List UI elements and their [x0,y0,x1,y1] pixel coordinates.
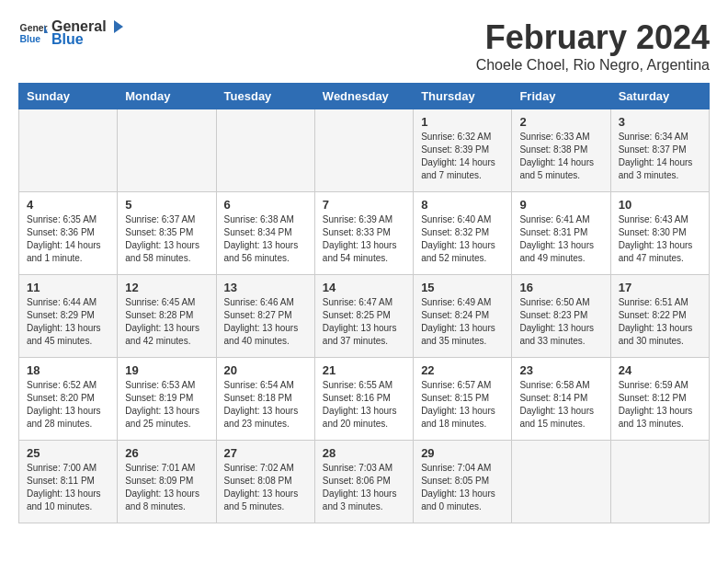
day-number: 11 [27,281,109,294]
col-header-saturday: Saturday [610,84,709,109]
calendar-cell: 15Sunrise: 6:49 AM Sunset: 8:24 PM Dayli… [414,275,512,358]
day-info: Sunrise: 6:57 AM Sunset: 8:15 PM Dayligh… [421,379,504,431]
calendar-cell [118,109,216,192]
calendar-cell: 13Sunrise: 6:46 AM Sunset: 8:27 PM Dayli… [216,275,314,358]
day-info: Sunrise: 6:35 AM Sunset: 8:36 PM Dayligh… [27,213,109,265]
calendar-cell: 25Sunrise: 7:00 AM Sunset: 8:11 PM Dayli… [19,441,118,523]
title-area: February 2024 Choele Choel, Rio Negro, A… [476,18,710,74]
day-number: 17 [619,281,701,294]
header: General Blue General Blue February 2024 … [18,18,710,74]
calendar-cell [216,109,314,192]
logo-arrow-icon [108,18,125,35]
svg-text:General: General [20,23,48,33]
day-info: Sunrise: 6:52 AM Sunset: 8:20 PM Dayligh… [27,379,109,431]
day-number: 14 [323,281,405,294]
calendar-week-row: 4Sunrise: 6:35 AM Sunset: 8:36 PM Daylig… [19,192,710,275]
calendar-cell: 21Sunrise: 6:55 AM Sunset: 8:16 PM Dayli… [314,358,413,441]
day-info: Sunrise: 7:02 AM Sunset: 8:08 PM Dayligh… [224,462,307,513]
calendar-cell: 18Sunrise: 6:52 AM Sunset: 8:20 PM Dayli… [19,358,118,441]
calendar-cell: 24Sunrise: 6:59 AM Sunset: 8:12 PM Dayli… [610,358,709,441]
day-number: 3 [619,115,701,129]
calendar-cell: 27Sunrise: 7:02 AM Sunset: 8:08 PM Dayli… [216,441,314,523]
day-info: Sunrise: 7:01 AM Sunset: 8:09 PM Dayligh… [125,462,208,513]
calendar-cell: 26Sunrise: 7:01 AM Sunset: 8:09 PM Dayli… [118,441,216,523]
day-number: 20 [224,363,307,377]
calendar-cell: 14Sunrise: 6:47 AM Sunset: 8:25 PM Dayli… [314,275,413,358]
main-title: February 2024 [476,18,710,57]
day-info: Sunrise: 6:46 AM Sunset: 8:27 PM Dayligh… [224,296,307,348]
calendar-week-row: 11Sunrise: 6:44 AM Sunset: 8:29 PM Dayli… [19,275,710,358]
calendar-week-row: 25Sunrise: 7:00 AM Sunset: 8:11 PM Dayli… [19,441,710,523]
subtitle: Choele Choel, Rio Negro, Argentina [476,57,710,74]
svg-marker-3 [114,20,123,33]
calendar-cell: 9Sunrise: 6:41 AM Sunset: 8:31 PM Daylig… [512,192,610,275]
calendar-cell [19,109,118,192]
day-info: Sunrise: 6:32 AM Sunset: 8:39 PM Dayligh… [421,131,504,182]
calendar-cell: 1Sunrise: 6:32 AM Sunset: 8:39 PM Daylig… [414,109,512,192]
day-number: 9 [519,198,602,212]
col-header-tuesday: Tuesday [216,84,314,109]
day-info: Sunrise: 6:58 AM Sunset: 8:14 PM Dayligh… [519,379,602,431]
day-number: 12 [125,281,208,294]
day-info: Sunrise: 6:55 AM Sunset: 8:16 PM Dayligh… [323,379,405,431]
calendar-cell: 19Sunrise: 6:53 AM Sunset: 8:19 PM Dayli… [118,358,216,441]
calendar-table: SundayMondayTuesdayWednesdayThursdayFrid… [18,83,710,523]
calendar-cell [610,441,709,523]
day-number: 5 [125,198,208,212]
calendar-cell: 29Sunrise: 7:04 AM Sunset: 8:05 PM Dayli… [414,441,512,523]
day-info: Sunrise: 6:47 AM Sunset: 8:25 PM Dayligh… [323,296,405,348]
calendar-week-row: 18Sunrise: 6:52 AM Sunset: 8:20 PM Dayli… [19,358,710,441]
col-header-wednesday: Wednesday [314,84,413,109]
calendar-cell [512,441,610,523]
day-info: Sunrise: 6:45 AM Sunset: 8:28 PM Dayligh… [125,296,208,348]
calendar-cell [314,109,413,192]
calendar-cell: 6Sunrise: 6:38 AM Sunset: 8:34 PM Daylig… [216,192,314,275]
day-number: 21 [323,363,405,377]
day-number: 2 [519,115,602,129]
calendar-cell: 17Sunrise: 6:51 AM Sunset: 8:22 PM Dayli… [610,275,709,358]
day-info: Sunrise: 7:00 AM Sunset: 8:11 PM Dayligh… [27,462,109,513]
day-info: Sunrise: 6:53 AM Sunset: 8:19 PM Dayligh… [125,379,208,431]
calendar-cell: 22Sunrise: 6:57 AM Sunset: 8:15 PM Dayli… [414,358,512,441]
calendar-cell: 28Sunrise: 7:03 AM Sunset: 8:06 PM Dayli… [314,441,413,523]
calendar-cell: 2Sunrise: 6:33 AM Sunset: 8:38 PM Daylig… [512,109,610,192]
day-info: Sunrise: 6:59 AM Sunset: 8:12 PM Dayligh… [619,379,701,431]
day-info: Sunrise: 6:39 AM Sunset: 8:33 PM Dayligh… [323,213,405,265]
day-info: Sunrise: 7:03 AM Sunset: 8:06 PM Dayligh… [323,462,405,513]
day-info: Sunrise: 6:33 AM Sunset: 8:38 PM Dayligh… [519,131,602,182]
calendar-header-row: SundayMondayTuesdayWednesdayThursdayFrid… [19,84,710,109]
calendar-cell: 8Sunrise: 6:40 AM Sunset: 8:32 PM Daylig… [414,192,512,275]
day-info: Sunrise: 6:49 AM Sunset: 8:24 PM Dayligh… [421,296,504,348]
day-number: 19 [125,363,208,377]
day-number: 25 [27,446,109,460]
day-info: Sunrise: 6:41 AM Sunset: 8:31 PM Dayligh… [519,213,602,265]
day-number: 26 [125,446,208,460]
calendar-cell: 20Sunrise: 6:54 AM Sunset: 8:18 PM Dayli… [216,358,314,441]
calendar-week-row: 1Sunrise: 6:32 AM Sunset: 8:39 PM Daylig… [19,109,710,192]
day-info: Sunrise: 6:34 AM Sunset: 8:37 PM Dayligh… [619,131,701,182]
calendar-cell: 10Sunrise: 6:43 AM Sunset: 8:30 PM Dayli… [610,192,709,275]
col-header-monday: Monday [118,84,216,109]
col-header-friday: Friday [512,84,610,109]
calendar-cell: 4Sunrise: 6:35 AM Sunset: 8:36 PM Daylig… [19,192,118,275]
calendar-cell: 12Sunrise: 6:45 AM Sunset: 8:28 PM Dayli… [118,275,216,358]
day-info: Sunrise: 6:43 AM Sunset: 8:30 PM Dayligh… [619,213,701,265]
day-info: Sunrise: 6:50 AM Sunset: 8:23 PM Dayligh… [519,296,602,348]
day-number: 24 [619,363,701,377]
day-info: Sunrise: 6:54 AM Sunset: 8:18 PM Dayligh… [224,379,307,431]
calendar-cell: 3Sunrise: 6:34 AM Sunset: 8:37 PM Daylig… [610,109,709,192]
day-number: 6 [224,198,307,212]
calendar-cell: 7Sunrise: 6:39 AM Sunset: 8:33 PM Daylig… [314,192,413,275]
day-info: Sunrise: 6:44 AM Sunset: 8:29 PM Dayligh… [27,296,109,348]
col-header-sunday: Sunday [19,84,118,109]
calendar-cell: 23Sunrise: 6:58 AM Sunset: 8:14 PM Dayli… [512,358,610,441]
col-header-thursday: Thursday [414,84,512,109]
day-info: Sunrise: 6:38 AM Sunset: 8:34 PM Dayligh… [224,213,307,265]
day-info: Sunrise: 6:40 AM Sunset: 8:32 PM Dayligh… [421,213,504,265]
day-number: 22 [421,363,504,377]
day-info: Sunrise: 6:37 AM Sunset: 8:35 PM Dayligh… [125,213,208,265]
day-number: 29 [421,446,504,460]
calendar-cell: 11Sunrise: 6:44 AM Sunset: 8:29 PM Dayli… [19,275,118,358]
calendar-cell: 16Sunrise: 6:50 AM Sunset: 8:23 PM Dayli… [512,275,610,358]
day-number: 18 [27,363,109,377]
